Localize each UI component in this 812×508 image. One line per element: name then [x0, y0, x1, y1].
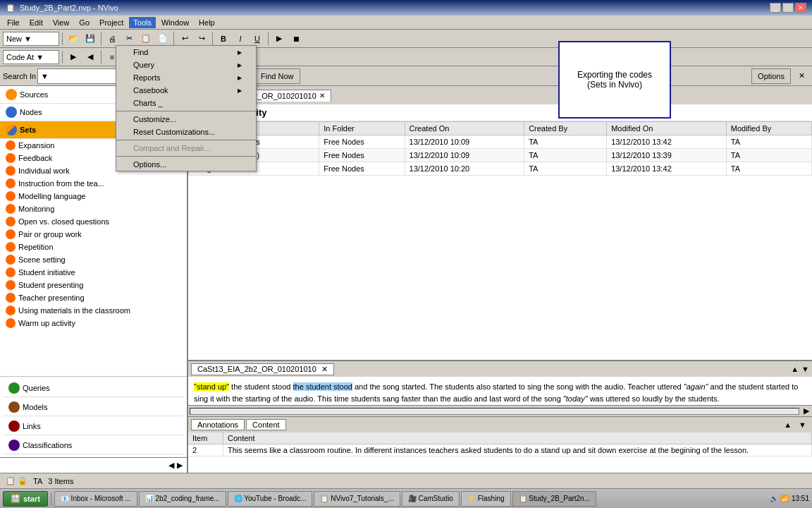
text-panel: CaSt13_EIA_2b2_OR_010201010 ✕ ▲ ▼ "stand…: [188, 360, 812, 473]
undo-button[interactable]: ↩: [177, 31, 192, 47]
cut-button[interactable]: ✂: [121, 31, 137, 47]
options-button[interactable]: Options: [751, 68, 791, 84]
paste-button[interactable]: 📄: [155, 31, 171, 47]
menu-file[interactable]: File: [3, 17, 24, 28]
underline-button[interactable]: U: [250, 31, 265, 47]
find-now-button[interactable]: Find Now: [254, 68, 300, 84]
new-dropdown[interactable]: New ▼: [3, 32, 59, 46]
sidebar-nav-models[interactable]: Models: [3, 399, 184, 416]
col-modified-by[interactable]: Modified By: [726, 122, 811, 135]
text-tab-close[interactable]: ✕: [321, 365, 328, 373]
menu-go[interactable]: Go: [75, 17, 94, 28]
menu-option-reset[interactable]: Reset Customizations...: [116, 126, 256, 138]
content-area: CaSt13_EIA_2b2_OR_010201010 ✕ Warm up ac…: [188, 86, 812, 473]
table-row[interactable]: Classroom routinesFree Nodes13/12/2010 1…: [189, 135, 812, 149]
bold-button[interactable]: B: [216, 31, 231, 47]
content-tab-ann[interactable]: Content: [246, 419, 286, 430]
scroll-up-btn[interactable]: ▲: [791, 365, 799, 373]
tb-sep-7: [101, 51, 102, 64]
text-hscrollbar[interactable]: ▶: [188, 405, 812, 416]
code-at-dropdown[interactable]: Code At ▼: [3, 50, 59, 64]
col-modified-on[interactable]: Modified On: [607, 122, 727, 135]
hscrollbar-track[interactable]: [190, 408, 799, 415]
set-item-modelling[interactable]: Modelling language: [0, 190, 187, 202]
sidebar-nav-classifications[interactable]: Classifications: [3, 437, 184, 454]
sidebar-tool-btn2[interactable]: ▶: [176, 459, 184, 471]
tb-sep-5: [268, 32, 269, 45]
redo-button[interactable]: ↪: [194, 31, 209, 47]
search-in-dropdown[interactable]: ▼: [37, 68, 122, 84]
open-button[interactable]: 📂: [66, 31, 81, 47]
taskbar-nvivo[interactable]: 📋 NVivo7_Tutorials_...: [314, 491, 400, 507]
set-item-warmup[interactable]: Warm up activity: [0, 317, 187, 329]
table-row[interactable]: Greetings (English)Free Nodes13/12/2010 …: [189, 149, 812, 162]
menu-option-find[interactable]: Find ▶: [116, 46, 256, 59]
ann-scroll-up[interactable]: ▲: [781, 421, 794, 429]
set-item-pair[interactable]: Pair or group work: [0, 228, 187, 241]
table-body: Classroom routinesFree Nodes13/12/2010 1…: [189, 135, 812, 176]
casebook-arrow: ▶: [238, 87, 242, 94]
uncode-button[interactable]: ◀: [82, 49, 98, 65]
menu-option-casebook[interactable]: Casebook ▶: [116, 84, 256, 97]
tools-dropdown-menu: Find ▶ Query ▶ Reports ▶ Casebook ▶ Char…: [116, 45, 257, 171]
menu-option-customize[interactable]: Customize...: [116, 113, 256, 126]
menu-help[interactable]: Help: [195, 17, 219, 28]
sidebar-nav-queries[interactable]: Queries: [3, 380, 184, 397]
annotations-tab[interactable]: Annotations: [191, 419, 245, 430]
taskbar-inbox[interactable]: 📧 Inbox - Microsoft ...: [54, 491, 137, 507]
sidebar-tool-btn1[interactable]: ◀: [167, 459, 176, 471]
menu-tools[interactable]: Tools: [129, 17, 156, 28]
start-button[interactable]: 🪟 start: [3, 491, 48, 507]
taskbar-youtube[interactable]: 🌐 YouTube - Broadc...: [228, 491, 313, 507]
scroll-right-btn[interactable]: ▶: [801, 406, 812, 416]
copy-button[interactable]: 📋: [138, 31, 154, 47]
save-button[interactable]: 💾: [82, 31, 98, 47]
col-created-by[interactable]: Created By: [524, 122, 607, 135]
table-row[interactable]: SongFree Nodes13/12/2010 10:20TA13/12/20…: [189, 162, 812, 176]
set-item-student-initiative[interactable]: Student initiative: [0, 266, 187, 279]
taskbar-camstudio[interactable]: 🎥 CamStudio: [402, 491, 460, 507]
set-item-student-presenting[interactable]: Student presenting: [0, 279, 187, 291]
menu-window[interactable]: Window: [157, 17, 193, 28]
set-item-instruction[interactable]: Instruction from the tea...: [0, 177, 187, 190]
text-panel-tab[interactable]: CaSt13_EIA_2b2_OR_010201010 ✕: [191, 363, 334, 375]
set-item-repetition[interactable]: Repetition: [0, 241, 187, 253]
set-item-open-closed[interactable]: Open vs. closed questions: [0, 215, 187, 228]
ann-scroll-down[interactable]: ▼: [796, 421, 809, 429]
highlight-standup: "stand up": [194, 382, 229, 391]
col-folder[interactable]: In Folder: [319, 122, 405, 135]
annotations-tab-bar: Annotations Content ▲ ▼: [188, 417, 812, 433]
print-button[interactable]: 🖨: [104, 31, 120, 47]
stop-button[interactable]: ⏹: [288, 31, 304, 47]
taskbar-study[interactable]: 📋 Study_2B_Part2n...: [512, 491, 597, 507]
menu-option-reports[interactable]: Reports ▶: [116, 71, 256, 84]
close-search-button[interactable]: ✕: [794, 68, 809, 84]
nodes-label: Nodes: [20, 108, 42, 116]
set-icon-warmup: [6, 318, 16, 328]
minimize-button[interactable]: _: [770, 3, 781, 13]
set-item-teacher-presenting[interactable]: Teacher presenting: [0, 291, 187, 304]
menu-option-query[interactable]: Query ▶: [116, 59, 256, 71]
window-controls[interactable]: _ □ ✕: [770, 3, 806, 13]
menu-option-options[interactable]: Options...: [116, 158, 256, 171]
set-item-monitoring[interactable]: Monitoring: [0, 202, 187, 215]
close-button[interactable]: ✕: [795, 3, 806, 13]
scroll-down-btn[interactable]: ▼: [801, 365, 809, 373]
sidebar-nav-links[interactable]: Links: [3, 418, 184, 435]
menu-edit[interactable]: Edit: [25, 17, 47, 28]
taskbar-flashing[interactable]: ⚡ Flashing: [461, 491, 511, 507]
tab-close-button[interactable]: ✕: [319, 92, 325, 99]
set-item-scene[interactable]: Scene setting: [0, 253, 187, 266]
italic-button[interactable]: I: [233, 31, 248, 47]
set-item-using-materials[interactable]: Using materials in the classroom: [0, 304, 187, 317]
results-table: Name In Folder Created On Created By Mod…: [188, 121, 812, 176]
play-button[interactable]: ▶: [271, 31, 287, 47]
taskbar-coding[interactable]: 📊 2b2_coding_frame...: [139, 491, 226, 507]
code-button[interactable]: ▶: [66, 49, 81, 65]
maximize-button[interactable]: □: [782, 3, 794, 13]
col-created-on[interactable]: Created On: [405, 122, 524, 135]
models-icon: [8, 401, 20, 413]
menu-option-charts[interactable]: Charts _: [116, 97, 256, 109]
menu-view[interactable]: View: [49, 17, 74, 28]
menu-project[interactable]: Project: [95, 17, 128, 28]
